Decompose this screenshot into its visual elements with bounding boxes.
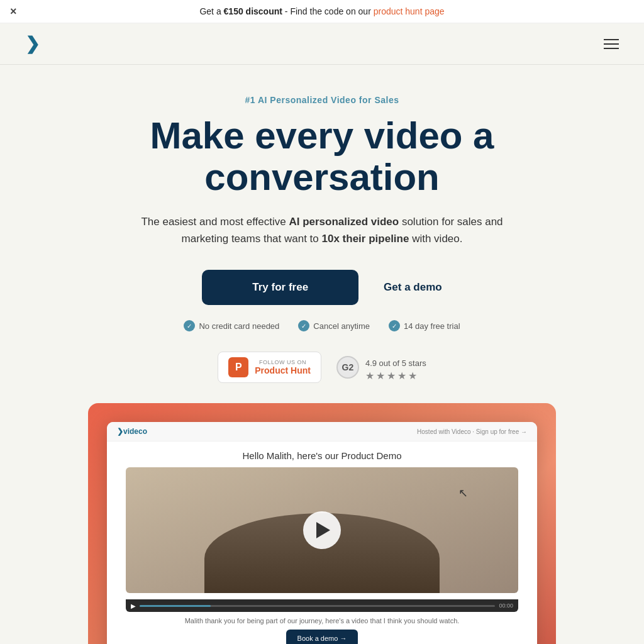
frame-logo: ❯videco <box>117 427 147 436</box>
frame-hosted: Hosted with Videco · Sign up for free → <box>417 428 527 435</box>
perk-cancel-anytime: ✓ Cancel anytime <box>298 320 370 331</box>
check-icon: ✓ <box>389 320 400 331</box>
book-demo-button[interactable]: Book a demo → <box>286 630 358 644</box>
promo-banner: × Get a €150 discount - Find the code on… <box>0 0 644 23</box>
hamburger-line <box>604 43 619 45</box>
g2-logo: G2 <box>336 356 359 379</box>
navbar: ❯ <box>0 23 644 65</box>
video-player[interactable]: ↖ <box>126 467 518 593</box>
video-frame: ❯videco Hosted with Videco · Sign up for… <box>107 422 537 644</box>
product-hunt-logo: P <box>228 357 248 377</box>
video-title: Hello Malith, here's our Product Demo <box>107 441 537 467</box>
play-triangle-icon <box>316 522 330 538</box>
star-rating: ★ ★ ★ ★ ★ <box>365 370 426 382</box>
hero-subtitle: The easiest and most effective AI person… <box>140 213 504 247</box>
follow-label: FOLLOW US ON <box>255 359 311 365</box>
close-banner-button[interactable]: × <box>10 5 17 18</box>
play-control-icon[interactable]: ▶ <box>131 602 136 609</box>
hamburger-menu[interactable] <box>604 39 619 49</box>
social-proof-row: P FOLLOW US ON Product Hunt G2 4.9 out o… <box>50 352 594 383</box>
get-a-demo-button[interactable]: Get a demo <box>384 281 442 294</box>
video-time: 00:00 <box>499 602 513 609</box>
cta-row: Try for free Get a demo <box>50 270 594 305</box>
progress-bar[interactable] <box>140 605 495 607</box>
g2-badge: G2 4.9 out of 5 stars ★ ★ ★ ★ ★ <box>336 353 426 382</box>
product-hunt-badge[interactable]: P FOLLOW US ON Product Hunt <box>218 352 321 383</box>
try-for-free-button[interactable]: Try for free <box>202 270 358 305</box>
product-hunt-text: FOLLOW US ON Product Hunt <box>255 359 311 375</box>
product-hunt-link[interactable]: product hunt page <box>374 6 445 16</box>
hero-title: Make every video a conversation <box>50 115 594 198</box>
cursor-icon: ↖ <box>458 486 468 500</box>
video-frame-header: ❯videco Hosted with Videco · Sign up for… <box>107 422 537 441</box>
progress-fill <box>140 605 211 607</box>
hero-section: #1 AI Personalized Video for Sales Make … <box>0 65 644 644</box>
video-caption: Malith thank you for being part of our j… <box>107 612 537 627</box>
hero-tagline: #1 AI Personalized Video for Sales <box>50 95 594 105</box>
perks-row: ✓ No credit card needed ✓ Cancel anytime… <box>50 320 594 331</box>
hamburger-line <box>604 48 619 49</box>
banner-text: Get a €150 discount - Find the code on o… <box>199 6 444 16</box>
video-controls: ▶ 00:00 <box>126 599 518 612</box>
check-icon: ✓ <box>184 320 195 331</box>
perk-free-trial: ✓ 14 day free trial <box>389 320 460 331</box>
hamburger-line <box>604 39 619 40</box>
logo-icon: ❯ <box>25 33 40 54</box>
g2-score: 4.9 out of 5 stars <box>365 353 426 370</box>
video-section: ❯videco Hosted with Videco · Sign up for… <box>88 403 556 644</box>
g2-rating: 4.9 out of 5 stars ★ ★ ★ ★ ★ <box>365 353 426 382</box>
check-icon: ✓ <box>298 320 309 331</box>
perk-no-credit-card: ✓ No credit card needed <box>184 320 279 331</box>
play-button[interactable] <box>303 511 341 549</box>
logo[interactable]: ❯ <box>25 33 40 54</box>
product-hunt-name: Product Hunt <box>255 365 311 375</box>
